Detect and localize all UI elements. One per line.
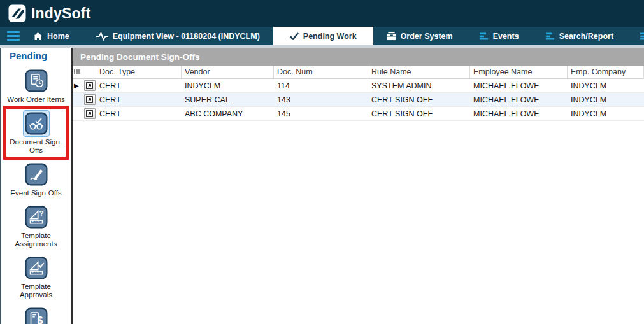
cell-employee-name: MICHAEL.FLOWE [470, 107, 568, 121]
nav-order-system-label: Order System [401, 32, 453, 41]
nav-search-report-label: Search/Report [559, 32, 613, 41]
tab-pending-work-label: Pending Work [303, 32, 357, 41]
open-document-button[interactable] [84, 108, 96, 119]
app-title: IndySoft [31, 5, 91, 22]
cell-doc-type: CERT [96, 107, 182, 121]
cell-doc-num: 114 [274, 79, 368, 93]
cell-rule-name: CERT SIGN OFF [368, 107, 470, 121]
sidebar-title: Pending [1, 48, 71, 63]
nav-events[interactable]: Events [466, 27, 533, 45]
panel-title: Pending Document Sign-Offs [73, 48, 644, 66]
row-open-cell [82, 107, 96, 121]
checkmark-icon [290, 32, 299, 40]
nav-equipment-view-label: Equipment View - 01180204 (INDYCLM) [113, 32, 260, 41]
list-bars-icon [546, 32, 555, 40]
row-open-cell [82, 79, 96, 93]
document-signoffs-grid: Doc. Type Vendor Doc. Num Rule Name Empl… [73, 66, 644, 121]
order-box-icon [387, 31, 396, 41]
cell-doc-type: CERT [96, 93, 182, 107]
svg-text:?: ? [39, 209, 43, 217]
sidebar-item-label: Document Sign-Offs [7, 138, 66, 155]
launch-arrow-icon [86, 110, 93, 117]
grid-header-row: Doc. Type Vendor Doc. Num Rule Name Empl… [73, 66, 644, 79]
table-row[interactable]: CERT SUPER CAL 143 CERT SIGN OFF MICHAEL… [73, 93, 644, 107]
column-header-emp-company[interactable]: Emp. Company [568, 66, 644, 79]
list-bars-icon [640, 32, 644, 40]
launch-arrow-icon [86, 82, 93, 89]
indysoft-logo-icon [8, 4, 26, 22]
cell-employee-name: MICHAEL.FLOWE [470, 93, 568, 107]
cell-emp-company: INDYCLM [568, 107, 644, 121]
cell-vendor: ABC COMPANY [182, 107, 274, 121]
sidebar-item-work-order-items[interactable]: Work Order Items [6, 66, 66, 106]
template-assignments-icon: ? [23, 204, 50, 230]
work-order-items-icon [23, 67, 50, 94]
nav-equipment-view[interactable]: Equipment View - 01180204 (INDYCLM) [83, 27, 273, 45]
cell-rule-name: CERT SIGN OFF [368, 93, 470, 107]
nav-events-label: Events [493, 32, 519, 41]
sidebar-item-label: Template Assignments [7, 232, 66, 248]
column-header-open[interactable] [82, 66, 96, 79]
column-header-doc-num[interactable]: Doc. Num [274, 66, 368, 79]
table-row[interactable]: ▶ CERT INDYCLM 114 SYSTEM ADMIN MICHAEL.… [73, 79, 644, 93]
cell-emp-company: INDYCLM [568, 93, 644, 107]
template-approvals-icon [23, 255, 50, 281]
sidebar-item-template-approvals[interactable]: Template Approvals [6, 253, 66, 301]
cell-vendor: INDYCLM [182, 79, 274, 93]
event-sign-offs-icon [23, 161, 50, 188]
vendor-pos-icon: $ [23, 306, 50, 324]
open-document-button[interactable] [84, 80, 96, 91]
nav-search-report[interactable]: Search/Report [533, 27, 627, 45]
app-header: IndySoft [0, 0, 644, 27]
column-header-rule-name[interactable]: Rule Name [368, 66, 470, 79]
cell-rule-name: SYSTEM ADMIN [368, 79, 470, 93]
row-indicator: ▶ [73, 79, 82, 93]
cell-doc-num: 145 [274, 107, 368, 121]
pending-sidebar: Pending Work Order Items [0, 48, 71, 324]
svg-text:$: $ [37, 315, 43, 324]
cell-doc-num: 143 [274, 93, 368, 107]
column-header-vendor[interactable]: Vendor [182, 66, 274, 79]
document-sign-offs-icon [23, 110, 50, 137]
tab-pending-work[interactable]: Pending Work [273, 27, 373, 45]
sidebar-item-document-sign-offs[interactable]: Document Sign-Offs [6, 109, 66, 157]
main-panel: Pending Document Sign-Offs Doc. Type Ven… [73, 48, 644, 324]
row-indicator [73, 107, 82, 121]
sidebar-item-vendor-pos[interactable]: $ Vendor POs [6, 304, 66, 324]
home-icon [33, 32, 43, 41]
launch-arrow-icon [86, 96, 93, 103]
sidebar-item-template-assignments[interactable]: ? Template Assignments [6, 202, 66, 250]
sidebar-item-label: Work Order Items [7, 95, 66, 104]
nav-home-label: Home [47, 32, 69, 41]
sidebar-item-label: Template Approvals [7, 283, 66, 299]
nav-add-edit[interactable]: Add/Edit [627, 27, 644, 45]
menu-icon[interactable] [7, 27, 20, 45]
column-header-employee-name[interactable]: Employee Name [470, 66, 568, 79]
nav-order-system[interactable]: Order System [373, 27, 466, 45]
cell-doc-type: CERT [96, 79, 182, 93]
sidebar-item-label: Event Sign-Offs [7, 189, 66, 197]
sidebar-item-event-sign-offs[interactable]: Event Sign-Offs [6, 160, 66, 199]
waveform-icon [96, 32, 108, 41]
row-open-cell [82, 93, 96, 107]
table-row[interactable]: CERT ABC COMPANY 145 CERT SIGN OFF MICHA… [73, 107, 644, 121]
cell-emp-company: INDYCLM [568, 79, 644, 93]
cell-vendor: SUPER CAL [182, 93, 274, 107]
cell-employee-name: MICHAEL.FLOWE [470, 79, 568, 93]
main-nav: Home Equipment View - 01180204 (INDYCLM)… [0, 27, 644, 45]
list-bars-icon [480, 32, 489, 40]
column-chooser-button[interactable] [73, 66, 82, 79]
column-header-doc-type[interactable]: Doc. Type [96, 66, 182, 79]
row-indicator [73, 93, 82, 107]
column-chooser-icon [74, 69, 80, 75]
nav-home[interactable]: Home [20, 27, 83, 45]
open-document-button[interactable] [84, 94, 96, 105]
